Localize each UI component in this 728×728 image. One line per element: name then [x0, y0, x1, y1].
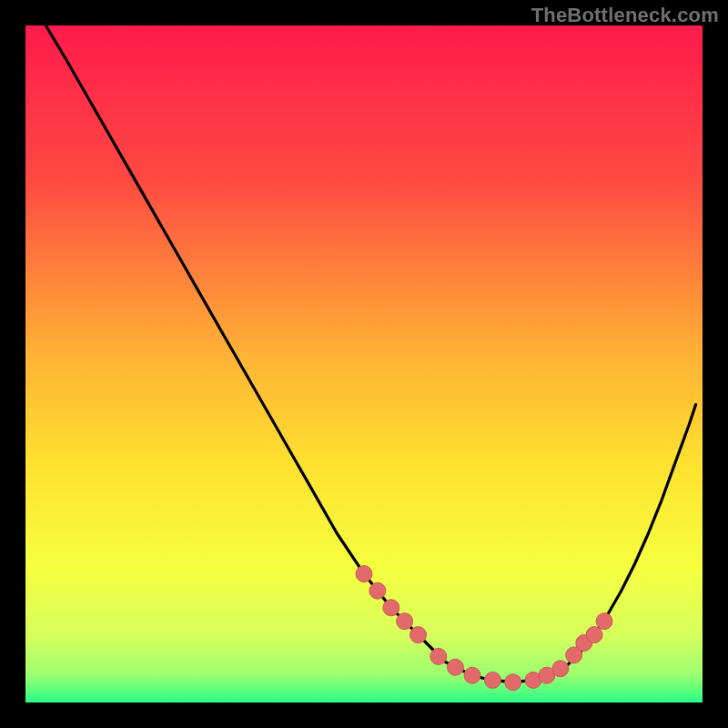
- marker-point: [464, 667, 480, 683]
- chart-svg: [25, 25, 703, 703]
- marker-point: [397, 613, 413, 630]
- marker-point: [369, 582, 386, 599]
- marker-point: [552, 661, 569, 677]
- marker-point: [505, 674, 521, 691]
- marker-point: [596, 613, 612, 630]
- watermark-label: TheBottleneck.com: [531, 4, 719, 27]
- marker-point: [447, 659, 463, 675]
- gradient-background: [25, 25, 703, 703]
- marker-point: [586, 627, 602, 643]
- marker-point: [410, 627, 427, 643]
- chart-container: TheBottleneck.com: [0, 0, 728, 728]
- marker-point: [484, 672, 500, 688]
- marker-point: [383, 600, 399, 616]
- marker-point: [430, 648, 447, 664]
- marker-point: [356, 566, 372, 582]
